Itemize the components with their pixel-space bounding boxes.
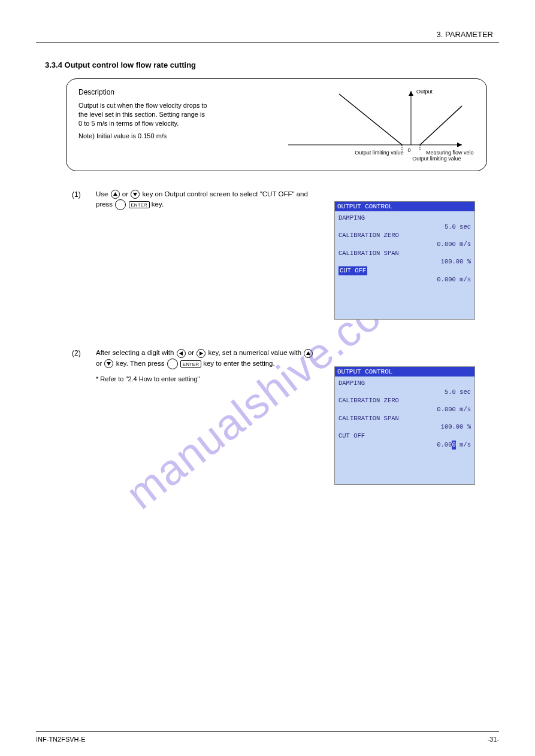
chart-limit-right: Output limiting value xyxy=(412,156,461,162)
svg-line-5 xyxy=(420,106,462,145)
enter-label: ENTER xyxy=(129,201,150,208)
svg-marker-1 xyxy=(457,142,462,147)
enter-key-icon xyxy=(115,199,126,210)
chart-zero: 0 xyxy=(407,147,410,153)
svg-marker-3 xyxy=(409,91,413,96)
screen-output-control-2: OUTPUT CONTROL DAMPING 5.0 sec CALIBRATI… xyxy=(334,366,475,485)
svg-marker-11 xyxy=(200,351,203,356)
svg-marker-9 xyxy=(133,193,137,196)
page-content: 3. PARAMETER 3.3.4 Output control low fl… xyxy=(0,0,535,382)
desc-note: Note) Initial value is 0.150 m/s xyxy=(78,132,167,139)
step-body-2: After selecting a digit with or key, set… xyxy=(96,348,318,369)
screen2-body: DAMPING 5.0 sec CALIBRATION ZERO 0.000 m… xyxy=(335,377,474,484)
screen1-body: DAMPING 5.0 sec CALIBRATION ZERO 0.000 m… xyxy=(335,211,474,319)
enter-label-2: ENTER xyxy=(180,360,201,368)
screen2-title: OUTPUT CONTROL xyxy=(335,367,474,377)
description-text: Output is cut when the flow velocity dro… xyxy=(78,101,258,140)
left-arrow-icon xyxy=(177,349,186,358)
svg-marker-12 xyxy=(306,351,310,355)
svg-marker-13 xyxy=(107,362,111,366)
svg-marker-10 xyxy=(179,351,183,356)
screen-output-control-1: OUTPUT CONTROL DAMPING 5.0 sec CALIBRATI… xyxy=(334,201,475,320)
down-arrow-icon xyxy=(131,190,140,199)
up-arrow-icon xyxy=(111,190,120,199)
page: manualshive.com 3. PARAMETER 3.3.4 Outpu… xyxy=(0,0,535,756)
down-arrow-icon-2 xyxy=(104,359,113,368)
screen1-cutoff-selected: CUT OFF xyxy=(338,266,367,275)
desc-line: Output is cut when the flow velocity dro… xyxy=(78,102,207,127)
screen1-title: OUTPUT CONTROL xyxy=(335,202,474,211)
up-arrow-icon-2 xyxy=(304,349,313,358)
step-num-1: (1) xyxy=(72,189,89,210)
svg-line-4 xyxy=(339,94,402,145)
chart-x-label: Measuring flow velocity xyxy=(426,150,474,156)
svg-marker-8 xyxy=(113,192,117,196)
right-arrow-icon xyxy=(197,349,205,358)
step-body-1: Use or key on Output control screen to s… xyxy=(96,189,318,210)
footer-page: -31- xyxy=(487,736,499,743)
chapter-label: 3. PARAMETER xyxy=(36,30,499,39)
description-box: Description Output is cut when the flow … xyxy=(66,78,487,171)
chart-y-label: Output xyxy=(416,89,433,95)
screen2-cutoff-value: 0.000 m/s xyxy=(437,441,471,450)
page-footer: INF-TN2FSVH-E -31- xyxy=(36,731,499,743)
enter-key-icon-2 xyxy=(167,359,178,369)
chart-limit-left: Output limiting value xyxy=(355,150,404,156)
section-title: 3.3.4 Output control low flow rate cutti… xyxy=(45,60,499,69)
header-rule xyxy=(36,42,499,42)
cutoff-chart: Output Measuring flow velocity 0 Output … xyxy=(282,85,474,163)
footer-doc: INF-TN2FSVH-E xyxy=(36,736,86,743)
step-num-2: (2) xyxy=(72,348,89,369)
